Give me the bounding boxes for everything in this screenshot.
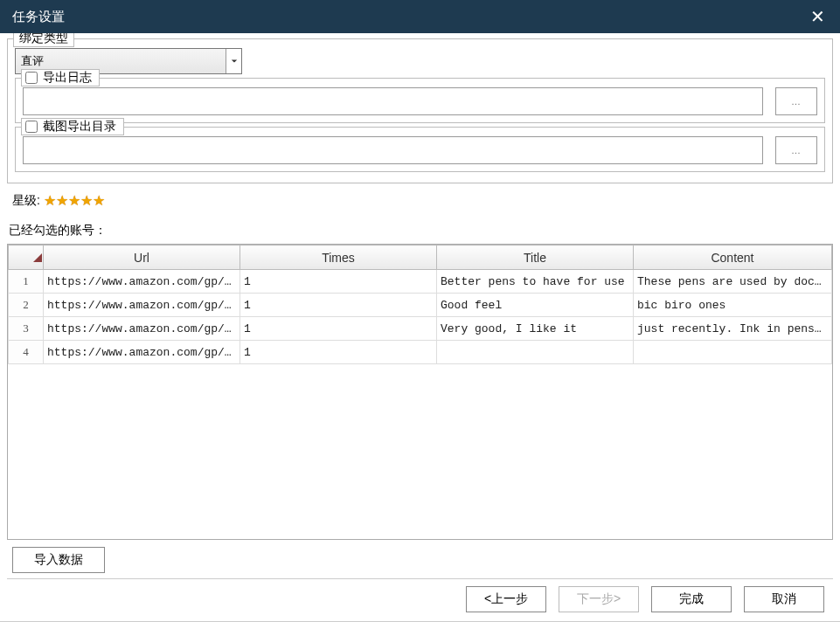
cell-title[interactable]: Good feel bbox=[437, 294, 634, 317]
cell-url[interactable]: https://www.amazon.com/gp/... bbox=[44, 341, 240, 364]
bind-type-value: 直评 bbox=[16, 53, 226, 69]
accounts-table: Url Times Title Content 1https://www.ama… bbox=[7, 244, 833, 540]
cell-content[interactable]: just recently. Ink in pens... bbox=[634, 317, 832, 341]
table-header-row: Url Times Title Content bbox=[9, 245, 832, 270]
task-settings-window: 任务设置 ✕ 绑定类型 直评 导出日志 … bbox=[0, 0, 840, 622]
dialog-body: 绑定类型 直评 导出日志 … bbox=[0, 33, 840, 621]
bind-type-legend: 绑定类型 bbox=[13, 33, 74, 47]
screenshot-dir-group: 截图导出目录 … bbox=[15, 127, 825, 172]
col-header-url[interactable]: Url bbox=[44, 245, 240, 270]
cell-times[interactable]: 1 bbox=[240, 341, 437, 364]
table-corner bbox=[9, 245, 44, 270]
star-row: 星级: ★ ★ ★ ★ ★ bbox=[12, 192, 831, 209]
star-rating[interactable]: ★ ★ ★ ★ ★ bbox=[44, 192, 105, 209]
table-row[interactable]: 3https://www.amazon.com/gp/...1Very good… bbox=[9, 317, 832, 341]
titlebar: 任务设置 ✕ bbox=[0, 0, 840, 33]
screenshot-dir-checkbox[interactable] bbox=[25, 121, 38, 133]
col-header-content[interactable]: Content bbox=[634, 245, 832, 270]
row-number: 1 bbox=[9, 270, 44, 294]
screenshot-dir-browse-button[interactable]: … bbox=[775, 136, 817, 164]
cell-url[interactable]: https://www.amazon.com/gp/... bbox=[44, 317, 240, 341]
accounts-label: 已经勾选的账号： bbox=[9, 223, 833, 238]
import-data-button[interactable]: 导入数据 bbox=[12, 547, 105, 573]
cell-times[interactable]: 1 bbox=[240, 294, 437, 317]
row-number: 4 bbox=[9, 341, 44, 364]
cell-title[interactable]: Very good, I like it bbox=[437, 317, 634, 341]
cell-content[interactable]: These pens are used by doc... bbox=[634, 270, 832, 294]
window-title: 任务设置 bbox=[12, 9, 65, 25]
cell-url[interactable]: https://www.amazon.com/gp/... bbox=[44, 270, 240, 294]
cell-times[interactable]: 1 bbox=[240, 270, 437, 294]
finish-button[interactable]: 完成 bbox=[651, 586, 732, 612]
table-empty-area bbox=[8, 364, 832, 539]
star-icon: ★ bbox=[44, 192, 56, 209]
screenshot-dir-label: 截图导出目录 bbox=[43, 119, 116, 135]
wizard-footer: <上一步 下一步> 完成 取消 bbox=[7, 578, 833, 618]
table-row[interactable]: 1https://www.amazon.com/gp/...1 Better p… bbox=[9, 270, 832, 294]
prev-button[interactable]: <上一步 bbox=[466, 586, 546, 612]
col-header-times[interactable]: Times bbox=[240, 245, 437, 270]
screenshot-dir-legend: 截图导出目录 bbox=[21, 118, 124, 135]
cell-times[interactable]: 1 bbox=[240, 317, 437, 341]
table-row[interactable]: 4https://www.amazon.com/gp/...1 bbox=[9, 341, 832, 364]
cell-content[interactable]: bic biro ones bbox=[634, 294, 832, 317]
close-icon[interactable]: ✕ bbox=[807, 6, 828, 27]
cell-title[interactable]: Better pens to have for use bbox=[437, 270, 634, 294]
export-log-label: 导出日志 bbox=[43, 70, 92, 86]
bind-type-group: 绑定类型 直评 导出日志 … bbox=[7, 38, 833, 183]
export-log-checkbox[interactable] bbox=[25, 72, 38, 84]
next-button: 下一步> bbox=[559, 586, 639, 612]
star-icon: ★ bbox=[56, 192, 68, 209]
export-log-browse-button[interactable]: … bbox=[775, 87, 817, 115]
chevron-down-icon bbox=[226, 49, 241, 73]
star-icon: ★ bbox=[68, 192, 80, 209]
export-log-path-input[interactable] bbox=[23, 87, 763, 115]
cell-content[interactable] bbox=[634, 341, 832, 364]
star-label: 星级: bbox=[12, 193, 40, 209]
export-log-group: 导出日志 … bbox=[15, 78, 825, 123]
cell-url[interactable]: https://www.amazon.com/gp/... bbox=[44, 294, 240, 317]
star-icon: ★ bbox=[80, 192, 93, 209]
row-number: 2 bbox=[9, 294, 44, 317]
screenshot-dir-path-input[interactable] bbox=[23, 136, 763, 164]
table-row[interactable]: 2https://www.amazon.com/gp/...1Good feel… bbox=[9, 294, 832, 317]
row-number: 3 bbox=[9, 317, 44, 341]
star-icon: ★ bbox=[93, 192, 105, 209]
cancel-button[interactable]: 取消 bbox=[744, 586, 824, 612]
export-log-legend: 导出日志 bbox=[21, 69, 100, 86]
cell-title[interactable] bbox=[437, 341, 634, 364]
col-header-title[interactable]: Title bbox=[437, 245, 634, 270]
